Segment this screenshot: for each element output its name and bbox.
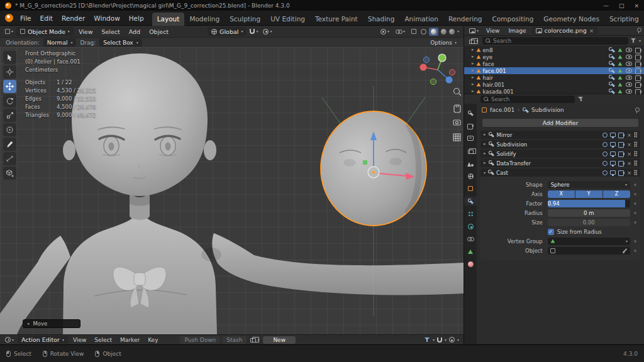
breadcrumb-modifier[interactable]: Subdivision bbox=[531, 107, 564, 113]
tool-add-cube[interactable] bbox=[3, 167, 16, 180]
proportional-edit-toggle[interactable]: ▾ bbox=[261, 29, 274, 35]
image-editor-type-dropdown[interactable]: ▾ bbox=[467, 28, 480, 33]
tab-render[interactable] bbox=[464, 121, 477, 130]
workspace-tab-uv-editing[interactable]: UV Editing bbox=[265, 13, 310, 26]
shading-material-button[interactable] bbox=[441, 29, 447, 35]
tab-object[interactable] bbox=[464, 184, 477, 193]
hide-icon[interactable] bbox=[626, 89, 632, 94]
realtime-toggle[interactable] bbox=[610, 170, 616, 175]
size-field[interactable]: 0.00 bbox=[548, 219, 630, 226]
viewport-menu-select[interactable]: Select bbox=[97, 27, 123, 36]
timeline-menu-marker[interactable]: Marker bbox=[117, 336, 143, 344]
outliner-item-hair[interactable]: ▸ hair bbox=[464, 74, 644, 81]
edit-mode-toggle[interactable] bbox=[602, 142, 608, 147]
viewport-menu-view[interactable]: View bbox=[75, 27, 97, 36]
axis-z-neg-ball[interactable] bbox=[423, 57, 429, 62]
drag-handle-icon[interactable] bbox=[634, 132, 637, 138]
editor-type-dropdown[interactable]: ▾ bbox=[3, 29, 15, 34]
push-down-button[interactable]: Push Down bbox=[180, 336, 220, 344]
realtime-toggle[interactable] bbox=[610, 133, 616, 137]
animate-dot-icon[interactable] bbox=[634, 202, 636, 205]
render-toggle[interactable] bbox=[618, 170, 625, 175]
drag-handle-icon[interactable] bbox=[634, 141, 637, 147]
tab-scene[interactable] bbox=[464, 159, 477, 168]
orientation-dropdown[interactable]: Normal ▾ bbox=[43, 38, 77, 47]
shading-dropdown-icon[interactable]: ▾ bbox=[457, 30, 459, 33]
edit-mode-toggle[interactable] bbox=[602, 151, 608, 156]
expand-icon[interactable]: ▸ bbox=[484, 133, 486, 137]
collapse-icon[interactable]: ▾ bbox=[484, 171, 486, 175]
tab-modifiers[interactable] bbox=[464, 197, 477, 206]
axis-x-ball[interactable] bbox=[420, 64, 427, 71]
close-button[interactable]: × bbox=[634, 3, 639, 9]
browse-action-dropdown[interactable]: ▾ bbox=[248, 337, 261, 343]
tab-particles[interactable] bbox=[464, 209, 477, 218]
pan-button[interactable] bbox=[454, 105, 460, 112]
modifier-datatransfer[interactable]: ▸ DataTransfer × bbox=[480, 159, 640, 167]
tab-constraints[interactable] bbox=[464, 234, 477, 243]
filter-icon[interactable] bbox=[425, 337, 430, 343]
animate-dot-icon[interactable] bbox=[634, 250, 636, 252]
edit-mode-toggle[interactable] bbox=[602, 133, 608, 138]
remove-modifier-icon[interactable]: × bbox=[627, 151, 631, 157]
tool-scale[interactable] bbox=[3, 109, 16, 122]
maximize-button[interactable]: □ bbox=[619, 3, 625, 9]
animate-dot-icon[interactable] bbox=[634, 221, 636, 224]
axis-y-ball[interactable] bbox=[438, 54, 446, 62]
shading-solid-button[interactable] bbox=[429, 28, 438, 36]
expand-icon[interactable]: ▸ bbox=[484, 161, 486, 165]
image-menu-image[interactable]: Image bbox=[505, 27, 529, 35]
stash-button[interactable]: Stash bbox=[222, 336, 247, 344]
transform-orientation-dropdown[interactable]: Global ▾ bbox=[208, 27, 247, 36]
axis-y-neg-ball[interactable] bbox=[430, 79, 436, 84]
timeline-editor-type-dropdown[interactable]: ▾ bbox=[3, 337, 16, 343]
outliner-filter-icon[interactable] bbox=[631, 38, 636, 43]
outliner-item-eye[interactable]: ▸ eye bbox=[464, 53, 644, 60]
outliner-item-en8[interactable]: ▸ en8 bbox=[464, 47, 644, 53]
axis-x-button[interactable]: X bbox=[548, 190, 575, 198]
disable-render-icon[interactable] bbox=[635, 69, 641, 73]
workspace-tab-layout[interactable]: Layout bbox=[152, 13, 185, 26]
workspace-tab-animation[interactable]: Animation bbox=[399, 13, 443, 26]
eyedropper-icon[interactable] bbox=[622, 248, 628, 253]
expand-icon[interactable]: ▸ bbox=[472, 69, 474, 73]
remove-modifier-icon[interactable]: × bbox=[627, 160, 631, 167]
menu-file[interactable]: File bbox=[16, 13, 36, 24]
viewport-menu-object[interactable]: Object bbox=[145, 27, 172, 36]
properties-search-input[interactable]: Search bbox=[480, 96, 575, 103]
drag-handle-icon[interactable] bbox=[634, 151, 637, 156]
minimize-button[interactable]: — bbox=[603, 3, 609, 9]
realtime-toggle[interactable] bbox=[610, 142, 616, 146]
gizmo-plane-handle[interactable] bbox=[363, 160, 367, 165]
object-field[interactable] bbox=[548, 247, 630, 255]
properties-filter-icon[interactable] bbox=[578, 97, 584, 102]
axis-z-ball[interactable] bbox=[446, 77, 453, 84]
render-toggle[interactable] bbox=[618, 161, 625, 165]
tab-data[interactable] bbox=[464, 247, 477, 256]
axis-z-button[interactable]: Z bbox=[603, 190, 630, 198]
outliner-search-input[interactable]: Search bbox=[482, 37, 628, 45]
image-unlink-icon[interactable]: × bbox=[589, 28, 594, 34]
new-action-button[interactable]: New bbox=[263, 336, 296, 344]
hide-icon[interactable] bbox=[626, 55, 632, 59]
expand-icon[interactable]: ▸ bbox=[484, 151, 486, 156]
workspace-tab-compositing[interactable]: Compositing bbox=[487, 13, 539, 26]
tool-measure[interactable] bbox=[3, 152, 16, 165]
menu-render[interactable]: Render bbox=[57, 13, 89, 24]
axis-y-button[interactable]: Y bbox=[575, 190, 602, 198]
render-toggle[interactable] bbox=[618, 151, 625, 156]
expand-icon[interactable]: ▸ bbox=[472, 62, 474, 66]
navigation-gizmo[interactable] bbox=[420, 54, 455, 85]
operator-panel-move[interactable]: ▸ Move bbox=[23, 319, 80, 328]
remove-modifier-icon[interactable]: × bbox=[627, 170, 631, 176]
timeline-menu-key[interactable]: Key bbox=[145, 336, 161, 344]
hide-icon[interactable] bbox=[626, 48, 632, 52]
tool-transform[interactable] bbox=[3, 123, 16, 136]
tab-material[interactable] bbox=[464, 260, 477, 268]
expand-icon[interactable]: ▸ bbox=[472, 89, 474, 94]
viewport-canvas[interactable]: Front Orthographic (0) Atelier | face.00… bbox=[0, 47, 464, 334]
viewport-menu-add[interactable]: Add bbox=[125, 27, 144, 36]
expand-icon[interactable]: ▸ bbox=[472, 75, 474, 80]
workspace-tab-modeling[interactable]: Modeling bbox=[184, 13, 225, 26]
shape-dropdown[interactable]: Sphere ▾ bbox=[548, 181, 630, 189]
